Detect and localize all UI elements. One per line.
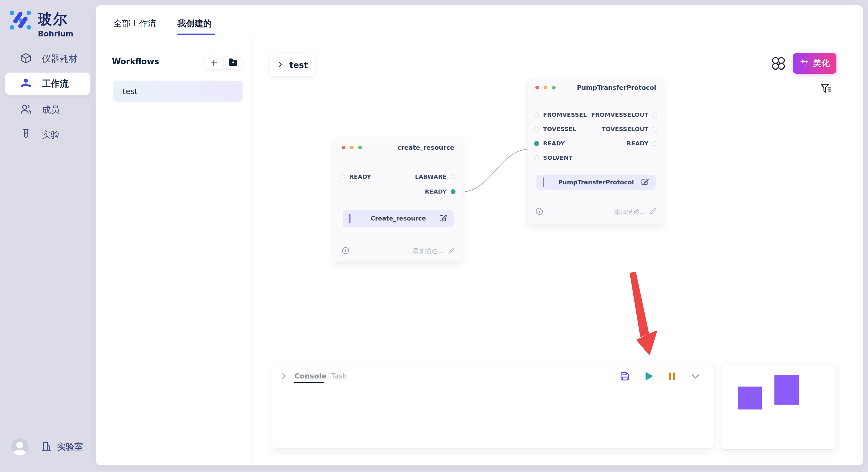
output-port-ready[interactable] [652,141,657,146]
workflow-list-title: Workflows [112,57,159,66]
port-label: READY [349,173,371,180]
console-panel: Console Task [272,364,714,448]
port-label: TOVESSELOUT [601,126,648,133]
pill-label: PumpTransferProtocol [558,179,634,186]
traffic-light-dots-icon [342,146,362,149]
node-action-pill[interactable]: PumpTransferProtocol [536,175,656,190]
description-placeholder[interactable]: 添加描述... [614,208,645,216]
pill-accent-bar [543,177,544,187]
port-label: SOLVENT [543,154,572,161]
logo: 玻尔 Bohrium [9,10,73,38]
save-icon[interactable] [619,371,630,383]
minimap[interactable] [722,364,836,450]
filter-funnel-icon[interactable] [819,82,833,96]
output-port-labware[interactable] [451,174,456,179]
logo-subtitle: Bohrium [38,30,73,38]
sparkles-icon [799,58,809,69]
input-port-tovessel[interactable] [534,127,539,132]
collapse-chevron-down-icon[interactable] [690,371,701,383]
port-label: READY [425,188,446,195]
pill-accent-bar [349,214,350,224]
pencil-icon[interactable] [649,208,657,216]
pencil-icon[interactable] [447,247,455,256]
sidebar-item-label: 实验 [42,129,60,141]
output-port-fromvesselout[interactable] [652,112,657,117]
node-title: create_resource [397,144,454,151]
sidebar-item-label: 仪器耗材 [42,53,78,65]
port-label: READY [627,140,648,147]
input-port-ready[interactable] [340,174,345,179]
port-label: READY [543,140,565,147]
node-action-pill[interactable]: Create_resource [343,210,454,227]
output-port-ready-connected[interactable] [451,189,456,194]
bohrium-logo-icon [9,10,32,32]
layout-clover-icon[interactable] [770,55,786,72]
tabbar-divider [103,35,863,35]
workflow-people-icon [20,77,32,90]
node-title: PumpTransferProtocol [577,84,656,91]
input-port-solvent[interactable] [534,156,539,160]
sidebar-item-label: 工作流 [42,78,69,90]
console-tab-console[interactable]: Console [294,372,327,380]
input-port-fromvessel[interactable] [534,112,539,117]
run-play-icon[interactable] [643,371,654,383]
traffic-light-dots-icon [535,86,556,90]
node-header: create_resource [334,137,462,158]
tab-my-created[interactable]: 我创建的 [177,18,212,30]
console-expand-chevron-icon[interactable] [280,372,288,381]
beautify-button[interactable]: 美化 [793,53,836,74]
canvas-breadcrumb[interactable]: test [270,54,315,76]
workflow-list-item-test[interactable]: test [113,80,243,102]
port-label: FROMVESSEL [543,111,587,118]
sidebar-item-workflows[interactable]: 工作流 [5,72,90,95]
workflow-item-label: test [123,87,137,96]
edit-square-icon[interactable] [641,177,649,187]
edit-square-icon[interactable] [439,214,447,224]
folder-import-icon [228,57,238,69]
sidebar-item-instruments[interactable]: 仪器耗材 [5,47,90,70]
pause-icon[interactable] [666,371,677,383]
pill-label: Create_resource [371,215,426,222]
beautify-label: 美化 [813,58,830,69]
test-tube-icon [20,129,32,141]
sidebar-item-experiments[interactable]: 实验 [5,124,90,146]
info-icon[interactable] [342,247,350,256]
import-folder-button[interactable] [224,56,242,70]
package-box-icon [20,53,32,65]
building-icon [41,440,53,453]
minimap-node-pump-transfer [774,375,799,405]
plus-icon: + [210,58,218,67]
user-avatar[interactable] [11,438,28,456]
description-placeholder[interactable]: 添加描述... [412,247,443,256]
sidebar-item-label: 成员 [42,104,60,116]
node-header: PumpTransferProtocol [528,78,663,97]
minimap-node-create-resource [738,386,762,409]
tab-all-workflows[interactable]: 全部工作流 [113,18,156,30]
console-active-underline [294,382,324,383]
info-icon[interactable] [535,207,544,216]
port-label: TOVESSEL [543,126,577,133]
sidebar-item-members[interactable]: 成员 [5,99,90,121]
input-port-ready-connected[interactable] [534,141,539,146]
active-tab-underline [177,34,215,35]
port-label: FROMVESSELOUT [591,111,649,118]
node-pump-transfer-protocol[interactable]: PumpTransferProtocol FROMVESSEL FROMVESS… [528,78,664,224]
logo-title: 玻尔 [38,10,73,29]
node-create-resource[interactable]: create_resource READY LABWARE READY Crea… [334,137,462,262]
breadcrumb-label: test [289,60,308,70]
console-tab-task[interactable]: Task [331,372,346,380]
members-icon [20,103,32,116]
list-canvas-divider [251,35,251,465]
sidebar: 玻尔 Bohrium 仪器耗材 工作流 [0,0,96,472]
port-label: LABWARE [415,173,446,180]
workspace-label: 实验室 [57,441,83,453]
chevron-right-icon [277,61,284,69]
add-workflow-button[interactable]: + [205,56,223,70]
workspace-switcher[interactable]: 实验室 [41,440,83,453]
output-port-tovesselout[interactable] [652,127,657,132]
